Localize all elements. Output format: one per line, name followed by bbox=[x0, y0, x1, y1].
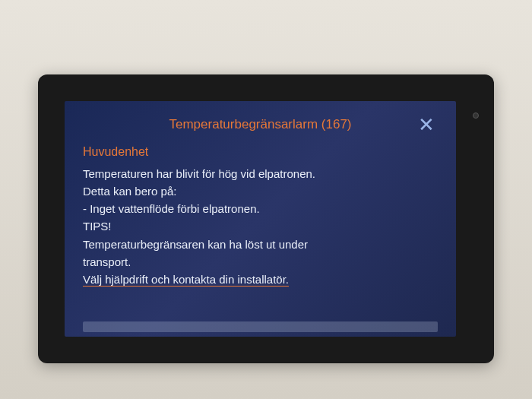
alarm-line: Detta kan bero på: bbox=[83, 182, 438, 200]
alarm-line: - Inget vattenflöde förbi elpatronen. bbox=[83, 200, 438, 217]
bottom-scroll-hint bbox=[83, 321, 438, 332]
close-icon[interactable]: ✕ bbox=[415, 115, 438, 135]
alarm-line: transport. bbox=[83, 253, 438, 271]
alarm-action-line[interactable]: Välj hjälpdrift och kontakta din install… bbox=[83, 271, 438, 288]
alarm-line: TIPS! bbox=[83, 217, 438, 235]
alarm-content: Temperaturen har blivit för hög vid elpa… bbox=[83, 165, 438, 289]
alarm-line: Temperaturbegränsaren kan ha löst ut und… bbox=[83, 236, 438, 253]
title-row: Temperaturbegränsarlarm (167) ✕ bbox=[83, 115, 438, 135]
screen: Temperaturbegränsarlarm (167) ✕ Huvudenh… bbox=[65, 101, 456, 337]
alarm-subtitle: Huvudenhet bbox=[83, 145, 438, 159]
alarm-title: Temperaturbegränsarlarm (167) bbox=[83, 117, 415, 132]
device-bezel: Temperaturbegränsarlarm (167) ✕ Huvudenh… bbox=[38, 74, 494, 363]
alarm-line: Temperaturen har blivit för hög vid elpa… bbox=[83, 165, 438, 182]
led-indicator bbox=[473, 112, 479, 119]
